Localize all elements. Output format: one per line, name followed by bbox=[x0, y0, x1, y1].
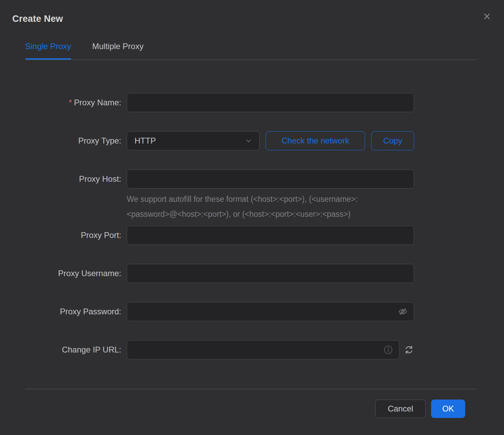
tabs-divider bbox=[25, 59, 476, 60]
close-icon bbox=[482, 12, 492, 21]
proxy-port-row: Proxy Port: bbox=[0, 226, 504, 245]
info-icon bbox=[383, 345, 393, 355]
proxy-password-row: Proxy Password: bbox=[0, 302, 504, 321]
proxy-username-row: Proxy Username: bbox=[0, 264, 504, 283]
proxy-port-input[interactable] bbox=[127, 226, 414, 245]
proxy-host-label: Proxy Host: bbox=[0, 169, 127, 189]
eye-invisible-icon bbox=[398, 306, 408, 317]
change-ip-url-label: Change IP URL: bbox=[0, 345, 127, 355]
required-asterisk: * bbox=[69, 98, 72, 107]
tabs-bar: Single Proxy Multiple Proxy bbox=[25, 42, 476, 60]
proxy-type-select[interactable]: HTTP bbox=[127, 131, 259, 150]
proxy-name-row: *Proxy Name: bbox=[0, 93, 504, 112]
helper-line-1: We support autofill for these format (<h… bbox=[127, 192, 414, 207]
proxy-type-selected-value: HTTP bbox=[135, 136, 156, 146]
proxy-type-row: Proxy Type: HTTP Check the network Copy bbox=[0, 131, 504, 150]
tab-single-proxy[interactable]: Single Proxy bbox=[25, 42, 71, 59]
single-proxy-form: *Proxy Name: Proxy Type: HTTP Check the … bbox=[0, 93, 504, 378]
footer-actions: Cancel OK bbox=[375, 400, 465, 418]
helper-line-2: <password>@<host>:<port>), or (<host>:<p… bbox=[127, 207, 414, 222]
proxy-name-label: *Proxy Name: bbox=[0, 98, 127, 107]
proxy-host-input[interactable] bbox=[127, 169, 414, 189]
proxy-username-input[interactable] bbox=[127, 264, 414, 283]
refresh-icon bbox=[404, 345, 414, 355]
proxy-type-label: Proxy Type: bbox=[0, 136, 127, 146]
cancel-button[interactable]: Cancel bbox=[375, 400, 426, 418]
proxy-port-label: Proxy Port: bbox=[0, 230, 127, 240]
modal-title: Create New bbox=[12, 14, 63, 24]
change-ip-url-row: Change IP URL: bbox=[0, 340, 504, 359]
footer-divider bbox=[25, 389, 476, 389]
check-network-button[interactable]: Check the network bbox=[266, 131, 365, 150]
proxy-host-helper-text: We support autofill for these format (<h… bbox=[127, 192, 414, 222]
proxy-password-label: Proxy Password: bbox=[0, 307, 127, 316]
close-button[interactable] bbox=[482, 11, 492, 22]
ok-button[interactable]: OK bbox=[431, 400, 465, 418]
proxy-host-row: Proxy Host: We support autofill for thes… bbox=[0, 169, 504, 222]
toggle-password-visibility-button[interactable] bbox=[398, 306, 408, 317]
proxy-name-input[interactable] bbox=[127, 93, 414, 112]
create-new-modal: Create New Single Proxy Multiple Proxy *… bbox=[0, 0, 504, 435]
change-ip-url-input[interactable] bbox=[127, 340, 399, 359]
chevron-down-icon bbox=[245, 137, 252, 145]
proxy-username-label: Proxy Username: bbox=[0, 269, 127, 278]
tab-multiple-proxy[interactable]: Multiple Proxy bbox=[92, 42, 144, 59]
copy-button[interactable]: Copy bbox=[371, 131, 414, 150]
refresh-ip-button[interactable] bbox=[404, 345, 414, 355]
proxy-password-input[interactable] bbox=[127, 302, 414, 321]
